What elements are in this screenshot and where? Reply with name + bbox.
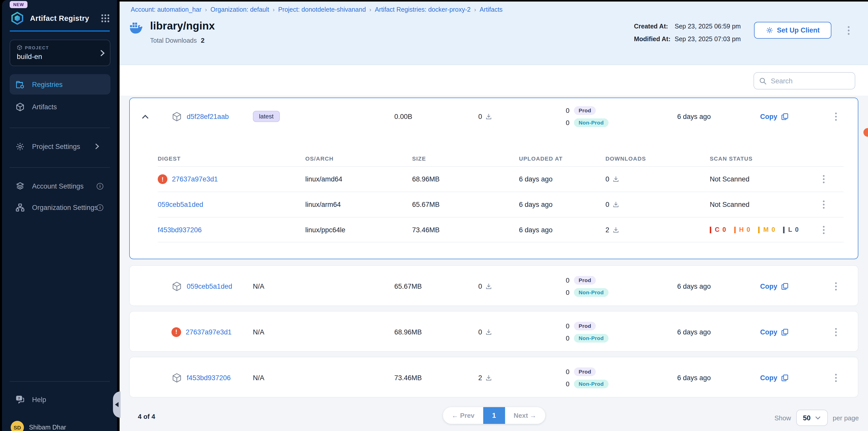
- app-grid-icon[interactable]: [101, 14, 110, 23]
- column-header-uploaded-at: UPLOADED AT: [519, 156, 606, 162]
- copy-icon: [781, 328, 788, 336]
- window-top-edge: [120, 0, 868, 2]
- sidebar-item-label: Artifacts: [32, 103, 57, 110]
- version-name-link[interactable]: 27637a97e3d1: [186, 328, 231, 336]
- artifact-registry-logo-icon: [11, 12, 24, 25]
- sidebar-divider: [10, 167, 110, 168]
- pagination-footer: 4 of 4 ← Prev 1 Next → Show 50 per page: [129, 406, 859, 429]
- search-icon: [759, 77, 767, 85]
- project-selector[interactable]: PROJECT build-en: [10, 40, 111, 66]
- scan-status: Not Scanned: [710, 175, 819, 183]
- digest-os-arch: linux/ppc64le: [305, 226, 412, 234]
- digest-uploaded: 6 days ago: [519, 201, 606, 208]
- sidebar-item-project-settings[interactable]: Project Settings: [10, 136, 111, 157]
- sidebar-item-registries[interactable]: Registries: [10, 74, 111, 95]
- breadcrumb-registry[interactable]: Artifact Registries: docker-proxy-2: [375, 6, 471, 13]
- download-icon: [485, 283, 492, 290]
- column-header-downloads: DOWNLOADS: [606, 156, 710, 162]
- prod-badge: Prod: [574, 367, 595, 376]
- sidebar-item-artifacts[interactable]: Artifacts: [10, 97, 111, 117]
- info-icon[interactable]: [97, 204, 103, 211]
- modified-at-label: Modified At:: [634, 36, 675, 43]
- digest-link[interactable]: 27637a97e3d1: [172, 175, 218, 183]
- digest-downloads-count: 2: [606, 226, 609, 234]
- user-menu[interactable]: SD Shibam Dhar: [11, 421, 66, 431]
- copy-button[interactable]: Copy: [760, 282, 832, 290]
- sidebar-item-help[interactable]: ? Help: [10, 389, 111, 410]
- severity-high: H0: [734, 226, 750, 233]
- info-icon[interactable]: [97, 183, 103, 189]
- created-at-value: Sep 23, 2025 06:59 pm: [675, 23, 741, 30]
- per-page-label: per page: [833, 414, 859, 422]
- row-kebab-menu[interactable]: [819, 173, 827, 185]
- next-page-button[interactable]: Next →: [505, 407, 545, 424]
- row-kebab-menu[interactable]: [832, 111, 840, 122]
- set-up-client-button[interactable]: Set Up Client: [754, 22, 831, 39]
- copy-label: Copy: [760, 112, 777, 120]
- version-card-expanded: d5f28ef21aab latest 0.00B 0 0 Prod: [129, 98, 858, 259]
- search-input[interactable]: [771, 77, 850, 85]
- search-box: [753, 72, 855, 90]
- project-cube-icon: [17, 45, 22, 50]
- version-modified: 6 days ago: [677, 112, 760, 120]
- version-name-link[interactable]: 059ceb5a1ded: [187, 282, 232, 290]
- warning-icon: [172, 327, 181, 337]
- sidebar-item-label: Account Settings: [32, 182, 84, 190]
- row-kebab-menu[interactable]: [832, 280, 840, 292]
- chevron-left-icon: [115, 402, 119, 407]
- breadcrumb-organization[interactable]: Organization: default: [210, 6, 269, 13]
- breadcrumb-artifacts[interactable]: Artifacts: [479, 6, 502, 13]
- digest-downloads-count: 0: [606, 175, 609, 183]
- version-row: 059ceb5a1ded N/A 65.67MB 0 0 Prod: [130, 266, 858, 306]
- toolbar: [120, 65, 868, 96]
- row-kebab-menu[interactable]: [832, 372, 840, 383]
- download-icon: [485, 374, 492, 381]
- copy-button[interactable]: Copy: [760, 112, 832, 120]
- nonprod-badge: Non-Prod: [574, 334, 608, 342]
- app-window: NEW Artifact Registry: [0, 0, 868, 431]
- version-row: f453bd937206 N/A 73.46MB 2 0 Prod: [130, 357, 858, 398]
- prod-count: 0: [566, 276, 569, 284]
- created-at-label: Created At:: [634, 23, 675, 30]
- breadcrumb-project[interactable]: Project: donotdelete-shivanand: [278, 6, 366, 13]
- nonprod-badge: Non-Prod: [574, 118, 608, 127]
- chevron-up-icon[interactable]: [130, 114, 160, 119]
- user-name: Shibam Dhar: [29, 424, 66, 431]
- sidebar-item-label: Organization Settings: [32, 204, 98, 211]
- digest-size: 68.96MB: [412, 175, 519, 183]
- version-tag-badge: latest: [253, 111, 280, 122]
- version-card: 27637a97e3d1 N/A 68.96MB 0 0 Prod: [129, 311, 858, 352]
- nonprod-count: 0: [566, 334, 569, 342]
- copy-button[interactable]: Copy: [760, 328, 832, 336]
- row-kebab-menu[interactable]: [832, 326, 840, 337]
- chevron-right-icon: [100, 50, 105, 57]
- version-name-link[interactable]: d5f28ef21aab: [187, 112, 229, 120]
- row-kebab-menu[interactable]: [819, 224, 827, 235]
- copy-button[interactable]: Copy: [760, 374, 832, 382]
- sidebar-divider: [10, 128, 110, 128]
- prev-page-button[interactable]: ← Prev: [443, 407, 483, 424]
- digest-link[interactable]: f453bd937206: [158, 226, 202, 234]
- download-icon: [612, 226, 619, 233]
- sidebar-item-organization-settings[interactable]: Organization Settings: [10, 197, 111, 218]
- digest-link[interactable]: 059ceb5a1ded: [158, 201, 203, 208]
- sidebar-item-account-settings[interactable]: Account Settings: [10, 176, 111, 196]
- row-kebab-menu[interactable]: [819, 199, 827, 210]
- nonprod-count: 0: [566, 119, 569, 126]
- prod-badge: Prod: [574, 106, 595, 114]
- digest-size: 65.67MB: [412, 201, 519, 208]
- scan-severity-summary: C0 H0 M0 L0: [710, 226, 819, 233]
- column-header-scan-status: SCAN STATUS: [710, 156, 819, 162]
- breadcrumb-account[interactable]: Account: automation_har: [131, 6, 202, 13]
- header-kebab-menu[interactable]: [845, 25, 853, 36]
- version-size: 73.46MB: [394, 374, 478, 382]
- version-name-link[interactable]: f453bd937206: [187, 374, 231, 382]
- version-row: 27637a97e3d1 N/A 68.96MB 0 0 Prod: [130, 311, 858, 352]
- digest-row: 059ceb5a1ded linux/arm64 65.67MB 6 days …: [158, 192, 844, 217]
- current-page-button[interactable]: 1: [483, 407, 505, 424]
- sidebar-collapse-handle[interactable]: [113, 391, 121, 418]
- page-size-select[interactable]: 50: [796, 410, 828, 426]
- nonprod-badge: Non-Prod: [574, 379, 608, 388]
- digest-uploaded: 6 days ago: [519, 226, 606, 234]
- project-label: PROJECT: [25, 45, 49, 50]
